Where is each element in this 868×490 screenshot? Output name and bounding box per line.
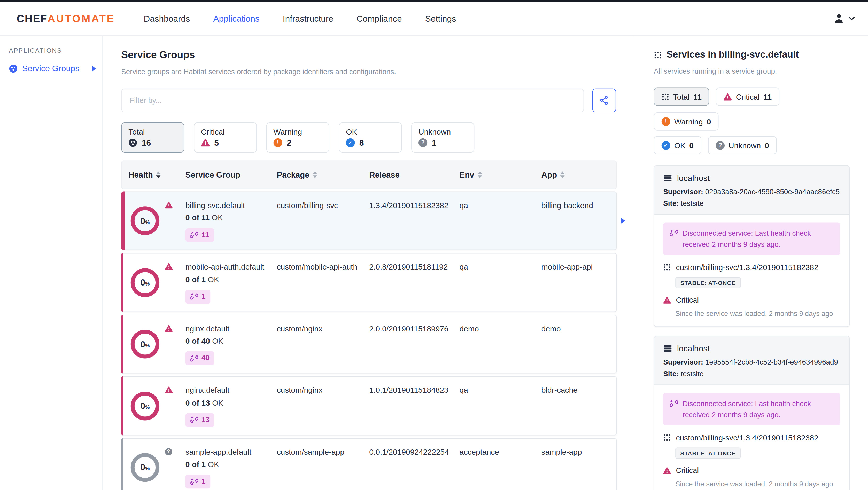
package-identifier: custom/billing-svc/1.3.4/20190115182382 bbox=[663, 433, 840, 442]
panel-subtitle: All services running in a service group. bbox=[654, 67, 850, 75]
filter-card-count: 2 bbox=[287, 138, 291, 147]
unknown-question-icon bbox=[716, 141, 724, 150]
filter-card-label: Total bbox=[128, 127, 177, 136]
ok-check-icon bbox=[661, 141, 671, 150]
critical-triangle-icon bbox=[165, 325, 173, 365]
service-group-cell: sample-app.default 0 of 1 OK 1 bbox=[185, 446, 277, 489]
ok-count: 0 of 13 OK bbox=[185, 397, 269, 408]
nav-infrastructure[interactable]: Infrastructure bbox=[283, 14, 334, 24]
filter-card-count: 1 bbox=[432, 138, 436, 147]
sort-icon-health[interactable] bbox=[156, 171, 161, 178]
env-cell: qa bbox=[460, 261, 541, 304]
column-header-service-group[interactable]: Service Group bbox=[185, 170, 277, 179]
health-donut: 0% bbox=[131, 268, 159, 297]
since-loaded-text: Since the service was loaded, 2 months 9… bbox=[675, 480, 840, 488]
server-icon bbox=[663, 173, 672, 182]
env-cell: acceptance bbox=[460, 446, 541, 489]
filter-card-label: Critical bbox=[201, 127, 250, 136]
service-groups-main: Service Groups Service groups are Habita… bbox=[103, 36, 634, 490]
service-card-header: localhost Supervisor: 1e95554f-2cb8-4c52… bbox=[654, 336, 849, 385]
nav-settings[interactable]: Settings bbox=[425, 14, 456, 24]
disconnected-count: 1 bbox=[202, 291, 206, 302]
filter-card-ok[interactable]: OK 8 bbox=[339, 122, 402, 153]
logo-chef-text: CHEF bbox=[17, 12, 47, 24]
sort-icon-app[interactable] bbox=[560, 171, 565, 178]
ok-count: 0 of 1 OK bbox=[185, 459, 269, 470]
package-cell: custom/mobile-api-auth bbox=[277, 261, 369, 304]
service-group-name: sample-app.default bbox=[185, 446, 269, 457]
service-groups-icon bbox=[9, 64, 18, 73]
selected-row-caret-icon bbox=[621, 218, 625, 224]
filter-card-label: Warning bbox=[274, 127, 322, 136]
panel-filter-total[interactable]: Total 11 bbox=[654, 88, 709, 106]
service-group-row[interactable]: 0% sample-app.default 0 of 1 OK 1 custom… bbox=[121, 438, 617, 490]
package-identifier: custom/billing-svc/1.3.4/20190115182382 bbox=[663, 263, 840, 271]
release-cell: 2.0.0/20190115189976 bbox=[369, 323, 459, 365]
share-button[interactable] bbox=[592, 89, 616, 112]
service-group-cell: billing-svc.default 0 of 11 OK 11 bbox=[185, 200, 277, 242]
column-header-package[interactable]: Package bbox=[277, 170, 369, 179]
service-group-row[interactable]: 0% nginx.default 0 of 40 OK 40 cust bbox=[121, 315, 617, 373]
filter-row bbox=[121, 89, 617, 112]
top-navigation: CHEFAUTOMATE Dashboards Applications Inf… bbox=[0, 2, 868, 36]
service-status: Critical bbox=[663, 296, 840, 304]
user-profile-icon bbox=[833, 13, 845, 24]
service-group-cell: nginx.default 0 of 13 OK 13 bbox=[185, 385, 277, 427]
column-header-health[interactable]: Health bbox=[122, 170, 185, 179]
filter-card-count: 8 bbox=[359, 138, 364, 147]
user-menu[interactable] bbox=[833, 13, 859, 24]
disconnected-badge[interactable]: 11 bbox=[185, 228, 214, 242]
health-cell: 0% bbox=[122, 446, 185, 489]
panel-filter-unknown[interactable]: Unknown 0 bbox=[708, 136, 777, 154]
column-header-env[interactable]: Env bbox=[460, 170, 541, 179]
sidebar-item-service-groups[interactable]: Service Groups bbox=[9, 64, 102, 73]
service-group-row[interactable]: 0% nginx.default 0 of 13 OK 13 cust bbox=[121, 377, 617, 435]
filter-card-warning[interactable]: Warning 2 bbox=[266, 122, 330, 153]
caret-right-icon bbox=[92, 66, 96, 71]
broken-link-icon bbox=[190, 231, 198, 239]
disconnected-count: 40 bbox=[202, 353, 210, 363]
service-group-cell: mobile-api-auth.default 0 of 1 OK 1 bbox=[185, 261, 277, 304]
host-name: localhost bbox=[677, 344, 710, 353]
panel-title: Services in billing-svc.default bbox=[654, 49, 850, 60]
disconnected-badge[interactable]: 13 bbox=[185, 413, 214, 427]
chevron-down-icon bbox=[848, 17, 855, 21]
sort-icon-env[interactable] bbox=[477, 171, 482, 178]
nav-applications[interactable]: Applications bbox=[213, 14, 259, 24]
chef-automate-logo[interactable]: CHEFAUTOMATE bbox=[17, 12, 115, 25]
package-cell: custom/sample-app bbox=[277, 446, 369, 489]
panel-filter-warning[interactable]: Warning 0 bbox=[654, 112, 719, 131]
service-group-name: mobile-api-auth.default bbox=[185, 261, 269, 272]
app-cell: sample-app bbox=[541, 446, 617, 489]
panel-filter-critical[interactable]: Critical 11 bbox=[716, 88, 780, 106]
disconnected-count: 13 bbox=[202, 415, 210, 425]
disconnected-badge[interactable]: 40 bbox=[185, 352, 214, 365]
disconnected-alert: Disconnected service: Last health check … bbox=[663, 393, 840, 425]
disconnected-badge[interactable]: 1 bbox=[185, 290, 211, 304]
package-cell: custom/billing-svc bbox=[277, 200, 369, 242]
filter-input[interactable] bbox=[121, 89, 584, 112]
site-line: Site: testsite bbox=[663, 369, 840, 378]
app-cell: billing-backend bbox=[541, 200, 617, 242]
filter-card-critical[interactable]: Critical 5 bbox=[194, 122, 257, 153]
panel-filter-ok[interactable]: OK 0 bbox=[654, 136, 702, 154]
service-group-row[interactable]: 0% mobile-api-auth.default 0 of 1 OK 1 bbox=[121, 253, 617, 312]
ok-count: 0 of 40 OK bbox=[185, 335, 269, 347]
nav-dashboards[interactable]: Dashboards bbox=[144, 14, 190, 24]
filter-card-total[interactable]: Total 16 bbox=[121, 122, 184, 153]
habitat-dots-icon bbox=[663, 263, 671, 271]
column-header-release[interactable]: Release bbox=[369, 170, 459, 179]
sidebar-section-label: APPLICATIONS bbox=[9, 47, 102, 54]
filter-card-label: OK bbox=[346, 127, 395, 136]
broken-link-icon bbox=[190, 416, 198, 424]
nav-compliance[interactable]: Compliance bbox=[356, 14, 402, 24]
health-donut: 0% bbox=[131, 330, 159, 358]
service-group-row[interactable]: 0% billing-svc.default 0 of 11 OK 11 bbox=[121, 191, 617, 250]
column-header-app[interactable]: App bbox=[541, 170, 617, 179]
chef-automate-app: CHEFAUTOMATE Dashboards Applications Inf… bbox=[0, 0, 868, 490]
critical-triangle-icon bbox=[165, 386, 173, 427]
supervisor-line: Supervisor: 029a3a8a-20ac-4590-850e-9a4a… bbox=[663, 188, 840, 196]
filter-card-unknown[interactable]: Unknown 1 bbox=[411, 122, 474, 153]
sort-icon-package[interactable] bbox=[313, 171, 317, 178]
disconnected-badge[interactable]: 1 bbox=[185, 475, 211, 488]
